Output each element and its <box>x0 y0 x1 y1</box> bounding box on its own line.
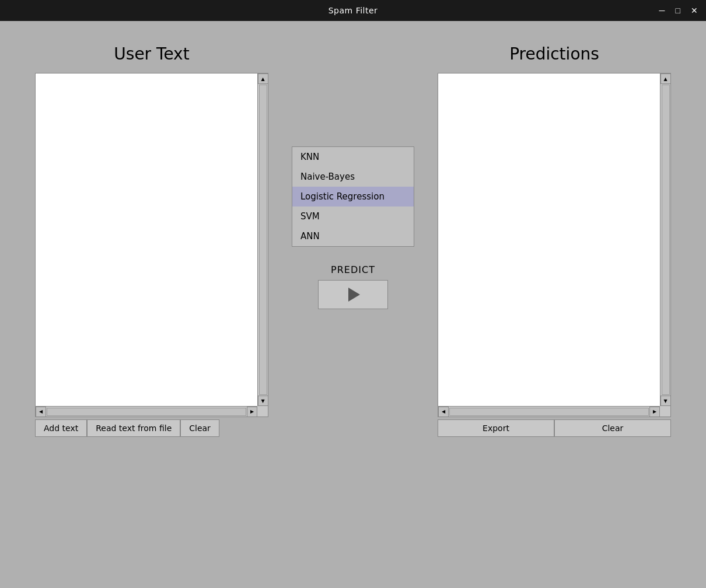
user-text-title: User Text <box>114 44 189 64</box>
pred-scroll-left-arrow[interactable]: ◀ <box>438 407 449 417</box>
classifier-list: KNN Naive-Bayes Logistic Regression SVM … <box>292 146 414 247</box>
user-text-area[interactable] <box>36 74 257 406</box>
scroll-left-arrow[interactable]: ◀ <box>36 407 46 417</box>
classifier-ann[interactable]: ANN <box>292 226 414 246</box>
classifier-svm[interactable]: SVM <box>292 206 414 226</box>
right-buttons: Export Clear <box>438 419 671 437</box>
scroll-thumb-v[interactable] <box>259 85 267 395</box>
scroll-thumb-h[interactable] <box>47 408 246 416</box>
classifier-logistic-regression[interactable]: Logistic Regression <box>292 187 414 206</box>
scroll-corner <box>257 406 268 416</box>
scroll-right-arrow[interactable]: ▶ <box>247 407 257 417</box>
close-button[interactable]: ✕ <box>687 5 701 16</box>
scroll-down-arrow[interactable]: ▼ <box>258 396 268 406</box>
play-icon <box>348 288 360 302</box>
pred-scroll-thumb-h[interactable] <box>449 408 649 416</box>
right-clear-button[interactable]: Clear <box>554 419 671 437</box>
main-content: User Text ▲ ▼ ◀ ▶ Add text Read text fro… <box>0 21 706 588</box>
predictions-area-container: ▲ ▼ ◀ ▶ <box>438 73 671 417</box>
user-text-scrollbar-v[interactable]: ▲ ▼ <box>257 74 268 406</box>
window-title: Spam Filter <box>328 6 378 15</box>
pred-scroll-right-arrow[interactable]: ▶ <box>649 407 660 417</box>
middle-panel: KNN Naive-Bayes Logistic Regression SVM … <box>289 44 417 309</box>
minimize-button[interactable]: ─ <box>656 5 669 16</box>
export-button[interactable]: Export <box>438 419 554 437</box>
left-panel: User Text ▲ ▼ ◀ ▶ Add text Read text fro… <box>35 44 268 437</box>
predictions-title: Predictions <box>509 44 599 64</box>
classifier-naive-bayes[interactable]: Naive-Bayes <box>292 167 414 187</box>
user-text-area-container: ▲ ▼ ◀ ▶ <box>35 73 268 417</box>
classifier-knn[interactable]: KNN <box>292 147 414 167</box>
pred-scroll-thumb-v[interactable] <box>662 85 670 395</box>
predict-button[interactable] <box>318 280 388 309</box>
predictions-scrollbar-v[interactable]: ▲ ▼ <box>660 74 670 406</box>
right-panel: Predictions ▲ ▼ ◀ ▶ Export Clear <box>438 44 671 437</box>
left-buttons: Add text Read text from file Clear <box>35 419 268 437</box>
predict-label: PREDICT <box>331 264 375 275</box>
add-text-button[interactable]: Add text <box>35 419 87 437</box>
user-text-scrollbar-h[interactable]: ◀ ▶ <box>36 406 257 416</box>
read-from-file-button[interactable]: Read text from file <box>87 419 180 437</box>
predictions-area[interactable] <box>438 74 660 406</box>
pred-scroll-down-arrow[interactable]: ▼ <box>660 396 671 406</box>
maximize-button[interactable]: □ <box>672 5 684 16</box>
left-clear-button[interactable]: Clear <box>180 419 219 437</box>
window-controls: ─ □ ✕ <box>656 5 701 16</box>
pred-scroll-up-arrow[interactable]: ▲ <box>660 74 671 84</box>
scroll-up-arrow[interactable]: ▲ <box>258 74 268 84</box>
pred-scroll-corner <box>660 406 670 416</box>
title-bar: Spam Filter ─ □ ✕ <box>0 0 706 21</box>
predictions-scrollbar-h[interactable]: ◀ ▶ <box>438 406 660 416</box>
